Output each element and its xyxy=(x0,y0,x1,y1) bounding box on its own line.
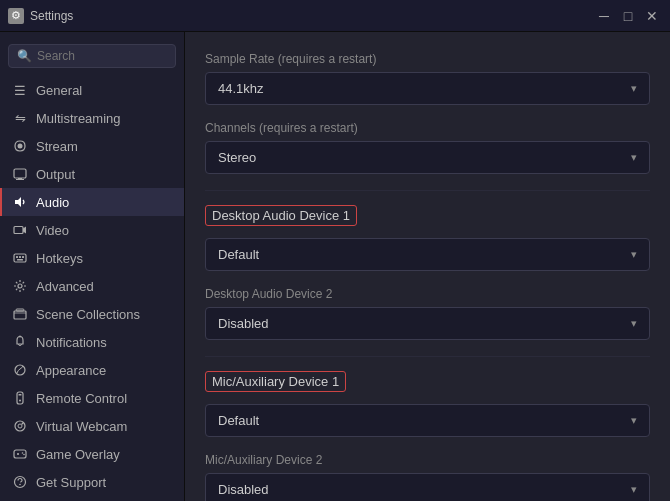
svg-point-26 xyxy=(22,452,24,454)
sidebar-item-remote-control[interactable]: Remote Control xyxy=(0,384,184,412)
channels-dropdown[interactable]: Stereo ▾ xyxy=(205,141,650,174)
mic-aux-1-row: Mic/Auxiliary Device 1 Default ▾ xyxy=(205,371,650,437)
sidebar-item-ultra[interactable]: Ultra xyxy=(0,496,184,501)
sidebar-label-output: Output xyxy=(36,167,75,182)
desktop-audio-1-dropdown[interactable]: Default ▾ xyxy=(205,238,650,271)
output-icon xyxy=(12,166,28,182)
mic-aux-1-label: Mic/Auxiliary Device 1 xyxy=(205,371,346,392)
svg-rect-19 xyxy=(19,394,22,396)
sample-rate-value: 44.1khz xyxy=(218,81,264,96)
sidebar-item-advanced[interactable]: Advanced xyxy=(0,272,184,300)
sidebar-item-output[interactable]: Output xyxy=(0,160,184,188)
sidebar: 🔍 ☰ General ⇋ Multistreaming Stream xyxy=(0,32,185,501)
sidebar-label-get-support: Get Support xyxy=(36,475,106,490)
close-button[interactable]: ✕ xyxy=(642,6,662,26)
mic-aux-1-dropdown[interactable]: Default ▾ xyxy=(205,404,650,437)
desktop-audio-1-row: Desktop Audio Device 1 Default ▾ xyxy=(205,205,650,271)
sidebar-label-advanced: Advanced xyxy=(36,279,94,294)
svg-rect-5 xyxy=(14,227,23,234)
desktop-audio-2-chevron-icon: ▾ xyxy=(631,317,637,330)
sidebar-item-general[interactable]: ☰ General xyxy=(0,76,184,104)
channels-label: Channels (requires a restart) xyxy=(205,121,650,135)
mic-aux-1-label-wrap: Mic/Auxiliary Device 1 xyxy=(205,371,650,398)
svg-point-12 xyxy=(18,284,22,288)
channels-chevron-icon: ▾ xyxy=(631,151,637,164)
svg-rect-9 xyxy=(19,256,21,258)
sidebar-label-scene-collections: Scene Collections xyxy=(36,307,140,322)
mic-aux-2-row: Mic/Auxiliary Device 2 Disabled ▾ xyxy=(205,453,650,501)
sidebar-item-game-overlay[interactable]: Game Overlay xyxy=(0,440,184,468)
sidebar-label-audio: Audio xyxy=(36,195,69,210)
appearance-icon xyxy=(12,362,28,378)
svg-rect-8 xyxy=(16,256,18,258)
app-icon: ⚙ xyxy=(8,8,24,24)
sidebar-item-video[interactable]: Video xyxy=(0,216,184,244)
virtual-webcam-icon xyxy=(12,418,28,434)
svg-point-16 xyxy=(15,365,25,375)
search-icon: 🔍 xyxy=(17,49,32,63)
svg-point-0 xyxy=(18,144,23,149)
sidebar-item-stream[interactable]: Stream xyxy=(0,132,184,160)
svg-rect-3 xyxy=(16,179,24,180)
sample-rate-dropdown[interactable]: 44.1khz ▾ xyxy=(205,72,650,105)
desktop-audio-1-chevron-icon: ▾ xyxy=(631,248,637,261)
desktop-audio-2-row: Desktop Audio Device 2 Disabled ▾ xyxy=(205,287,650,340)
sidebar-label-game-overlay: Game Overlay xyxy=(36,447,120,462)
video-icon xyxy=(12,222,28,238)
svg-rect-17 xyxy=(17,392,23,404)
advanced-icon xyxy=(12,278,28,294)
svg-rect-11 xyxy=(17,259,23,261)
svg-point-27 xyxy=(23,454,25,456)
sidebar-label-remote-control: Remote Control xyxy=(36,391,127,406)
sample-rate-chevron-icon: ▾ xyxy=(631,82,637,95)
window-controls: ─ □ ✕ xyxy=(594,6,662,26)
sidebar-item-hotkeys[interactable]: Hotkeys xyxy=(0,244,184,272)
sidebar-item-appearance[interactable]: Appearance xyxy=(0,356,184,384)
search-input[interactable] xyxy=(37,49,167,63)
mic-aux-1-value: Default xyxy=(218,413,259,428)
stream-icon xyxy=(12,138,28,154)
maximize-button[interactable]: □ xyxy=(618,6,638,26)
mic-aux-1-chevron-icon: ▾ xyxy=(631,414,637,427)
mic-aux-2-dropdown[interactable]: Disabled ▾ xyxy=(205,473,650,501)
sidebar-label-hotkeys: Hotkeys xyxy=(36,251,83,266)
general-icon: ☰ xyxy=(12,82,28,98)
desktop-audio-1-label-wrap: Desktop Audio Device 1 xyxy=(205,205,650,232)
game-overlay-icon xyxy=(12,446,28,462)
sidebar-item-notifications[interactable]: Notifications xyxy=(0,328,184,356)
sidebar-item-virtual-webcam[interactable]: Virtual Webcam xyxy=(0,412,184,440)
desktop-audio-2-dropdown[interactable]: Disabled ▾ xyxy=(205,307,650,340)
sidebar-item-audio[interactable]: Audio xyxy=(0,188,184,216)
audio-icon xyxy=(12,194,28,210)
channels-row: Channels (requires a restart) Stereo ▾ xyxy=(205,121,650,174)
svg-rect-14 xyxy=(16,309,24,311)
svg-point-21 xyxy=(18,424,22,428)
desktop-audio-2-label: Desktop Audio Device 2 xyxy=(205,287,650,301)
sidebar-item-multistreaming[interactable]: ⇋ Multistreaming xyxy=(0,104,184,132)
sample-rate-row: Sample Rate (requires a restart) 44.1khz… xyxy=(205,52,650,105)
desktop-audio-1-value: Default xyxy=(218,247,259,262)
sidebar-label-notifications: Notifications xyxy=(36,335,107,350)
titlebar: ⚙ Settings ─ □ ✕ xyxy=(0,0,670,32)
remote-control-icon xyxy=(12,390,28,406)
channels-value: Stereo xyxy=(218,150,256,165)
svg-rect-1 xyxy=(14,169,26,178)
svg-point-18 xyxy=(19,400,21,402)
mic-aux-2-value: Disabled xyxy=(218,482,269,497)
sidebar-item-get-support[interactable]: Get Support xyxy=(0,468,184,496)
sidebar-item-scene-collections[interactable]: Scene Collections xyxy=(0,300,184,328)
notifications-icon xyxy=(12,334,28,350)
sidebar-label-virtual-webcam: Virtual Webcam xyxy=(36,419,127,434)
titlebar-title: Settings xyxy=(30,9,594,23)
sidebar-label-general: General xyxy=(36,83,82,98)
mic-aux-2-label: Mic/Auxiliary Device 2 xyxy=(205,453,650,467)
svg-point-22 xyxy=(22,423,24,425)
search-box[interactable]: 🔍 xyxy=(8,44,176,68)
mic-aux-2-chevron-icon: ▾ xyxy=(631,483,637,496)
get-support-icon xyxy=(12,474,28,490)
desktop-audio-2-value: Disabled xyxy=(218,316,269,331)
minimize-button[interactable]: ─ xyxy=(594,6,614,26)
sidebar-label-multistreaming: Multistreaming xyxy=(36,111,121,126)
content-area: Sample Rate (requires a restart) 44.1khz… xyxy=(185,32,670,501)
sidebar-label-stream: Stream xyxy=(36,139,78,154)
